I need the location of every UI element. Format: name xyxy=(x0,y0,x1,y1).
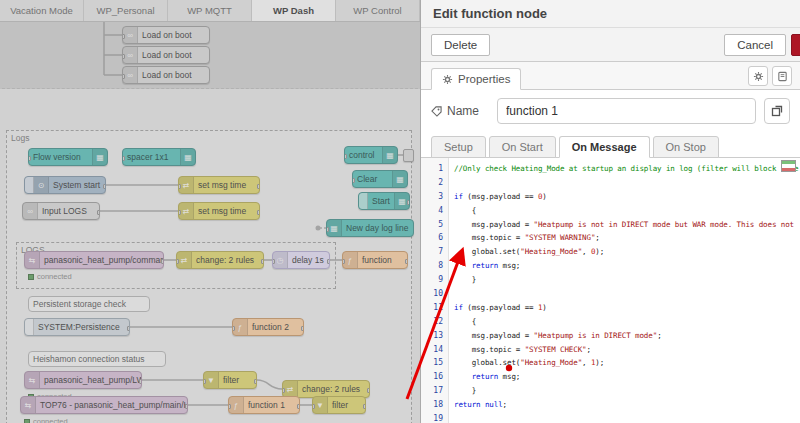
tab-on-message[interactable]: On Message xyxy=(559,136,650,158)
line-number: 1 xyxy=(421,162,448,176)
line-number: 17 xyxy=(421,384,448,398)
node-red-app: Vacation ModeWP_PersonalWP MQTTWP DashWP… xyxy=(0,0,800,423)
settings-gear-button[interactable] xyxy=(748,66,768,86)
name-label: Name xyxy=(431,104,489,118)
line-number: 13 xyxy=(421,329,448,343)
panel-toolbar: Delete Cancel Done xyxy=(421,28,800,62)
line-number: 5 xyxy=(421,218,448,232)
tag-icon xyxy=(431,106,442,117)
expand-editor-button[interactable] xyxy=(764,98,790,124)
line-number: 15 xyxy=(421,356,448,370)
code-line[interactable]: msg.topic = "SYSTEM WARNING"; xyxy=(454,231,800,245)
line-number: 3 xyxy=(421,190,448,204)
description-book-button[interactable] xyxy=(772,66,792,86)
delete-button[interactable]: Delete xyxy=(431,34,490,56)
line-number: 6 xyxy=(421,231,448,245)
editor-gutter: 1234567891011121314151617181920 xyxy=(421,158,449,423)
done-button[interactable]: Done xyxy=(791,34,800,56)
editor-artifact-top xyxy=(781,160,796,172)
code-line[interactable]: msg.topic = "SYSTEM CHECK"; xyxy=(454,343,800,357)
panel-tool-icons xyxy=(748,66,792,86)
code-line[interactable]: if (msg.payload == 1) xyxy=(454,301,800,315)
line-number: 18 xyxy=(421,398,448,412)
flow-editor-region: Vacation ModeWP_PersonalWP MQTTWP DashWP… xyxy=(0,0,420,423)
properties-tab-label: Properties xyxy=(458,73,510,85)
code-line[interactable] xyxy=(454,176,800,190)
line-number: 19 xyxy=(421,412,448,423)
name-label-text: Name xyxy=(447,104,479,118)
line-number: 10 xyxy=(421,287,448,301)
code-editor[interactable]: 1234567891011121314151617181920 //Only c… xyxy=(421,158,800,423)
editor-code[interactable]: //Only check Heating_Mode at startup an … xyxy=(449,158,800,423)
line-number: 2 xyxy=(421,176,448,190)
line-number: 11 xyxy=(421,301,448,315)
code-line[interactable]: } xyxy=(454,384,800,398)
line-number: 16 xyxy=(421,370,448,384)
workspace-shade-overlay xyxy=(0,0,420,423)
code-line[interactable]: return msg; xyxy=(454,370,800,384)
tab-on-start[interactable]: On Start xyxy=(489,136,556,158)
code-line[interactable]: global.set("Heating_Mode", 1); xyxy=(454,356,800,370)
code-line[interactable]: return msg; xyxy=(454,259,800,273)
code-line[interactable]: //Only check Heating_Mode at startup an … xyxy=(454,162,800,176)
code-line[interactable]: } xyxy=(454,273,800,287)
code-line[interactable]: if (msg.payload == 0) xyxy=(454,190,800,204)
line-number: 8 xyxy=(421,259,448,273)
name-field-row: Name xyxy=(421,90,800,132)
line-number: 9 xyxy=(421,273,448,287)
tab-properties[interactable]: Properties xyxy=(431,68,521,90)
code-line[interactable]: msg.payload = "Heatpump is not in DIRECT… xyxy=(454,218,800,232)
cancel-button[interactable]: Cancel xyxy=(724,34,786,56)
line-number: 4 xyxy=(421,204,448,218)
code-line[interactable]: { xyxy=(454,315,800,329)
code-line[interactable]: return null; xyxy=(454,398,800,412)
code-line[interactable]: { xyxy=(454,204,800,218)
book-icon xyxy=(777,71,788,82)
line-number: 14 xyxy=(421,343,448,357)
name-input[interactable] xyxy=(497,98,756,124)
code-line[interactable] xyxy=(454,412,800,423)
code-line[interactable] xyxy=(454,287,800,301)
function-editor-tabs: SetupOn StartOn MessageOn Stop xyxy=(421,132,800,158)
tab-setup[interactable]: Setup xyxy=(431,136,486,158)
gear-icon xyxy=(753,71,764,82)
panel-title: Edit function node xyxy=(421,0,800,28)
edit-function-node-panel: Edit function node Delete Cancel Done Pr… xyxy=(420,0,800,423)
code-line[interactable]: global.set("Heating_Mode", 0); xyxy=(454,245,800,259)
code-line[interactable]: msg.payload = "Heatpump is in DIRECT mod… xyxy=(454,329,800,343)
tab-on-stop[interactable]: On Stop xyxy=(653,136,719,158)
properties-tab-row: Properties xyxy=(421,62,800,90)
gear-icon xyxy=(442,74,453,85)
line-number: 12 xyxy=(421,315,448,329)
expand-icon xyxy=(771,105,783,117)
line-number: 7 xyxy=(421,245,448,259)
